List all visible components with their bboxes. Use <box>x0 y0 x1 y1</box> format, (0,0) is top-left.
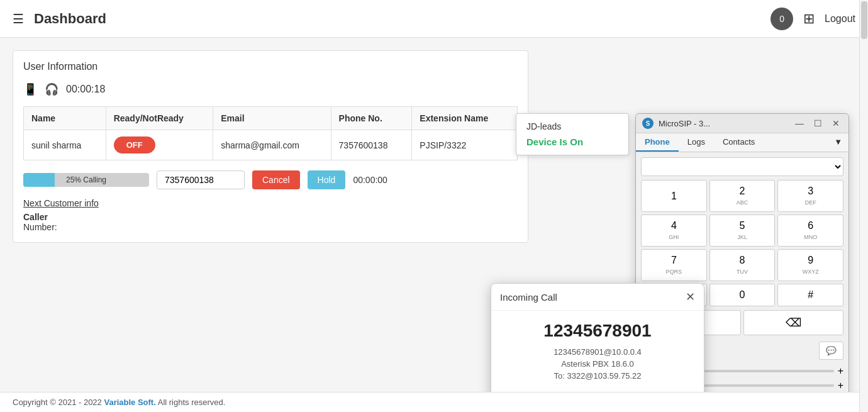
microsip-controls: — ☐ ✕ <box>793 118 842 128</box>
volume-plus[interactable]: + <box>838 365 843 377</box>
cell-name: sunil sharma <box>24 130 106 160</box>
mic-plus[interactable]: + <box>838 380 843 391</box>
user-info-title: User Information <box>23 61 518 72</box>
microsip-title-left: S MicroSIP - 3... <box>642 118 710 129</box>
header: ☰ Dashboard 0 ⊞ Logout <box>0 0 868 38</box>
col-email: Email <box>213 107 331 130</box>
dialpad-key-5[interactable]: 5JKL <box>709 214 776 247</box>
next-customer-link[interactable]: Next Customer info <box>23 198 518 208</box>
dialpad-key-#[interactable]: # <box>777 284 843 306</box>
main-content: User Information 📱 🎧 00:00:18 Name Ready… <box>0 38 868 392</box>
scrollbar-thumb[interactable] <box>861 38 867 39</box>
active-call-timer: 00:00:00 <box>353 175 387 185</box>
off-button[interactable]: OFF <box>114 136 155 153</box>
caller-info: Caller Number: <box>23 212 518 232</box>
microsip-minimize-button[interactable]: — <box>793 118 806 128</box>
user-info-panel: User Information 📱 🎧 00:00:18 Name Ready… <box>13 50 528 243</box>
headset-icon: 🎧 <box>45 82 58 96</box>
microsip-number-select[interactable] <box>641 157 843 176</box>
incoming-call-header: Incoming Call ✕ <box>491 284 704 311</box>
incoming-call-popup: Incoming Call ✕ 12345678901 12345678901@… <box>491 283 704 392</box>
tab-dropdown[interactable]: ▼ <box>828 133 849 152</box>
hold-button[interactable]: Hold <box>308 170 346 189</box>
dialpad-key-9[interactable]: 9WXYZ <box>777 249 843 281</box>
backspace-button[interactable]: ⌫ <box>743 310 843 335</box>
number-label: Number: <box>23 222 57 232</box>
microsip-close-button[interactable]: ✕ <box>830 118 842 128</box>
scrollbar[interactable] <box>859 38 868 392</box>
cell-extension: PJSIP/3322 <box>412 130 518 160</box>
next-customer-section: Next Customer info Caller Number: <box>23 198 518 232</box>
microsip-titlebar: S MicroSIP - 3... — ☐ ✕ <box>636 114 849 133</box>
footer: Copyright © 2021 - 2022 Variable Soft. A… <box>0 392 868 412</box>
microsip-logo: S <box>642 118 654 129</box>
header-right: 0 ⊞ Logout <box>771 8 855 30</box>
progress-label: 25% Calling <box>23 173 149 187</box>
col-name: Name <box>24 107 106 130</box>
dialpad-key-1[interactable]: 1 <box>641 180 707 212</box>
dialpad-key-7[interactable]: 7PQRS <box>641 249 707 281</box>
chat-button[interactable]: 💬 <box>819 342 843 360</box>
call-number-input[interactable] <box>157 170 245 189</box>
tab-phone[interactable]: Phone <box>636 133 679 152</box>
phone-icon: 📱 <box>23 82 37 96</box>
footer-text: Copyright © 2021 - 2022 <box>13 398 104 407</box>
call-timer-display: 00:00:18 <box>66 84 105 95</box>
status-row: 📱 🎧 00:00:18 <box>23 82 518 96</box>
microsip-input-row <box>641 157 843 176</box>
jdleads-popup: JD-leads Device Is On <box>516 113 629 155</box>
tab-contacts[interactable]: Contacts <box>714 133 764 152</box>
incoming-call-sub2: Asterisk PBX 18.6.0 <box>491 358 704 370</box>
progress-bar: 25% Calling <box>23 173 149 187</box>
microsip-title: MicroSIP - 3... <box>659 119 710 128</box>
grid-icon[interactable]: ⊞ <box>803 11 815 27</box>
dialpad-key-4[interactable]: 4GHI <box>641 214 707 247</box>
tab-logs[interactable]: Logs <box>679 133 714 152</box>
incoming-call-actions: Answer Decline <box>491 389 704 392</box>
col-ready: Ready/NotReady <box>106 107 213 130</box>
caller-label: Caller <box>23 212 48 222</box>
cancel-button[interactable]: Cancel <box>252 170 300 189</box>
hamburger-icon[interactable]: ☰ <box>13 11 24 26</box>
microsip-tabs: Phone Logs Contacts ▼ <box>636 133 849 152</box>
col-extension: Extension Name <box>412 107 518 130</box>
footer-suffix: All rights reserved. <box>156 398 226 407</box>
jdleads-label: JD-leads <box>526 121 618 131</box>
user-info-table: Name Ready/NotReady Email Phone No. Exte… <box>23 106 518 160</box>
cell-ready: OFF <box>106 130 213 160</box>
device-status: Device Is On <box>526 136 618 147</box>
col-phone: Phone No. <box>331 107 412 130</box>
microsip-restore-button[interactable]: ☐ <box>811 118 825 128</box>
cell-email: sharma@gmail.com <box>213 130 331 160</box>
incoming-call-title: Incoming Call <box>500 292 557 303</box>
header-left: ☰ Dashboard <box>13 11 106 27</box>
dialpad-key-3[interactable]: 3DEF <box>777 180 843 212</box>
incoming-close-button[interactable]: ✕ <box>686 290 695 304</box>
page-title: Dashboard <box>34 11 106 27</box>
call-bar: 25% Calling Cancel Hold 00:00:00 <box>23 170 518 189</box>
avatar: 0 <box>771 8 793 30</box>
dialpad-key-2[interactable]: 2ABC <box>709 180 776 212</box>
table-row: sunil sharma OFF sharma@gmail.com 735760… <box>24 130 518 160</box>
cell-phone: 7357600138 <box>331 130 412 160</box>
logout-button[interactable]: Logout <box>825 13 855 25</box>
footer-brand: Variable Soft. <box>104 398 155 407</box>
dialpad-key-0[interactable]: 0 <box>709 284 776 306</box>
incoming-call-to: To: 3322@103.59.75.22 <box>491 370 704 389</box>
incoming-call-number: 12345678901 <box>491 311 704 346</box>
dialpad-key-8[interactable]: 8TUV <box>709 249 776 281</box>
dialpad-key-6[interactable]: 6MNO <box>777 214 843 247</box>
incoming-call-sub1: 12345678901@10.0.0.4 <box>491 346 704 358</box>
